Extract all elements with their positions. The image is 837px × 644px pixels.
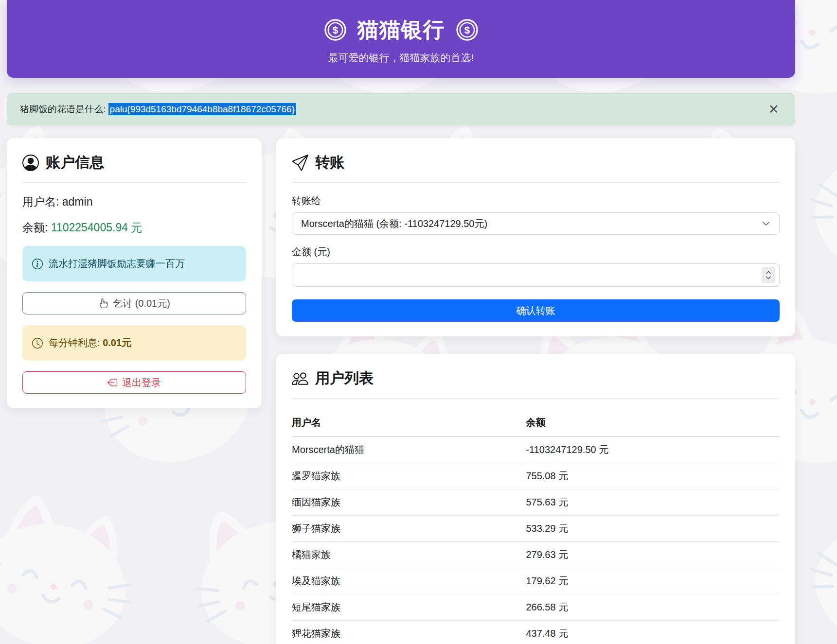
- user-name-cell: Morscerta的猫猫: [292, 437, 526, 463]
- user-balance-cell: -1103247129.50 元: [526, 437, 780, 463]
- user-name-cell: 缅因猫家族: [292, 489, 526, 516]
- col-username: 用户名: [292, 410, 526, 437]
- notice-text: 猪脚饭的花语是什么: palu{993d5163bd79464b8ba8f186…: [20, 103, 296, 116]
- user-balance-cell: 755.08 元: [526, 463, 780, 489]
- account-title: 账户信息: [22, 153, 246, 183]
- svg-text:$: $: [332, 24, 338, 35]
- bank-subtitle: 最可爱的银行，猫猫家族的首选!: [328, 51, 474, 65]
- notice-bar: 猪脚饭的花语是什么: palu{993d5163bd79464b8ba8f186…: [7, 93, 795, 125]
- dollar-coin-icon: $: [324, 18, 347, 41]
- user-balance-cell: 179.62 元: [526, 568, 780, 594]
- balance-value: 1102254005.94 元: [51, 221, 142, 234]
- user-balance-cell: 575.63 元: [526, 489, 780, 516]
- user-name-cell: 橘猫家族: [292, 542, 526, 568]
- send-icon: [292, 155, 308, 171]
- user-balance-cell: 437.48 元: [526, 621, 780, 644]
- confirm-transfer-button[interactable]: 确认转账: [292, 299, 780, 322]
- selected-recipient: Morscerta的猫猫 (余额: -1103247129.50元): [301, 217, 487, 230]
- table-row: 缅因猫家族 575.63 元: [292, 489, 780, 516]
- user-table-body: Morscerta的猫猫 -1103247129.50 元 暹罗猫家族 755.…: [292, 437, 780, 644]
- username-line: 用户名: admin: [22, 194, 246, 209]
- table-row: 埃及猫家族 179.62 元: [292, 568, 780, 594]
- table-row: 橘猫家族 279.63 元: [292, 542, 780, 568]
- table-row: 暹罗猫家族 755.08 元: [292, 463, 780, 489]
- chevron-down-icon: [762, 219, 770, 228]
- amount-label: 金额 (元): [292, 245, 780, 259]
- interest-value: 0.01元: [103, 337, 131, 348]
- user-name-cell: 狸花猫家族: [292, 621, 526, 644]
- interest-alert: 每分钟利息: 0.01元: [22, 325, 246, 361]
- table-row: 狸花猫家族 437.48 元: [292, 621, 780, 644]
- page-title: 猫猫银行: [357, 16, 445, 44]
- user-balance-cell: 279.63 元: [526, 542, 780, 568]
- bank-header: $ 猫猫银行 $ 最可爱的银行，猫猫家族的首选!: [7, 0, 795, 78]
- user-balance-cell: 533.29 元: [526, 516, 780, 542]
- svg-text:$: $: [464, 24, 470, 35]
- table-row: Morscerta的猫猫 -1103247129.50 元: [292, 437, 780, 463]
- account-card: 账户信息 用户名: admin 余额: 1102254005.94 元 流水打湿…: [7, 138, 262, 408]
- dollar-coin-icon: $: [456, 18, 479, 41]
- motto-alert: 流水打湿猪脚饭励志要赚一百万: [22, 246, 246, 281]
- transfer-title: 转账: [292, 153, 780, 183]
- beg-button[interactable]: 乞讨 (0.01元): [22, 292, 246, 314]
- username-value: admin: [62, 195, 93, 208]
- user-name-cell: 狮子猫家族: [292, 516, 526, 542]
- amount-input[interactable]: [292, 264, 779, 286]
- user-name-cell: 短尾猫家族: [292, 594, 526, 621]
- hand-index-icon: [98, 298, 108, 308]
- logout-button[interactable]: 退出登录: [22, 371, 246, 394]
- col-balance: 余额: [526, 410, 780, 437]
- page-container: $ 猫猫银行 $ 最可爱的银行，猫猫家族的首选! 猪脚饭的花语是什么: palu…: [7, 0, 795, 644]
- info-icon: [32, 259, 43, 269]
- user-name-cell: 暹罗猫家族: [292, 463, 526, 489]
- flag-text: palu{993d5163bd79464b8ba8f18672c05766}: [108, 103, 296, 115]
- amount-field: [292, 263, 780, 287]
- recipient-label: 转账给: [292, 194, 780, 208]
- close-icon[interactable]: ✕: [765, 101, 782, 118]
- user-list-title: 用户列表: [292, 368, 780, 399]
- chevron-down-icon: [766, 276, 771, 280]
- transfer-card: 转账 转账给 Morscerta的猫猫 (余额: -1103247129.50元…: [276, 138, 795, 336]
- user-table: 用户名 余额 Morscerta的猫猫 -1103247129.50 元 暹罗猫…: [292, 410, 780, 644]
- person-circle-icon: [22, 155, 39, 171]
- chevron-up-icon: [766, 270, 771, 275]
- people-icon: [292, 370, 308, 387]
- interest-text: 每分钟利息: 0.01元: [49, 336, 131, 349]
- motto-text: 流水打湿猪脚饭励志要赚一百万: [49, 257, 185, 270]
- user-balance-cell: 266.58 元: [526, 594, 780, 621]
- clock-icon: [32, 338, 43, 348]
- user-name-cell: 埃及猫家族: [292, 568, 526, 594]
- balance-line: 余额: 1102254005.94 元: [22, 220, 246, 235]
- logout-icon: [107, 378, 117, 387]
- table-row: 短尾猫家族 266.58 元: [292, 594, 780, 621]
- user-list-card: 用户列表 用户名 余额 Morscerta的猫猫 -1103247129.50 …: [276, 354, 795, 644]
- cat-doodle: [793, 106, 837, 293]
- cat-doodle: [793, 475, 837, 644]
- recipient-select[interactable]: Morscerta的猫猫 (余额: -1103247129.50元): [292, 212, 780, 235]
- table-row: 狮子猫家族 533.29 元: [292, 516, 780, 542]
- amount-stepper[interactable]: [762, 267, 775, 283]
